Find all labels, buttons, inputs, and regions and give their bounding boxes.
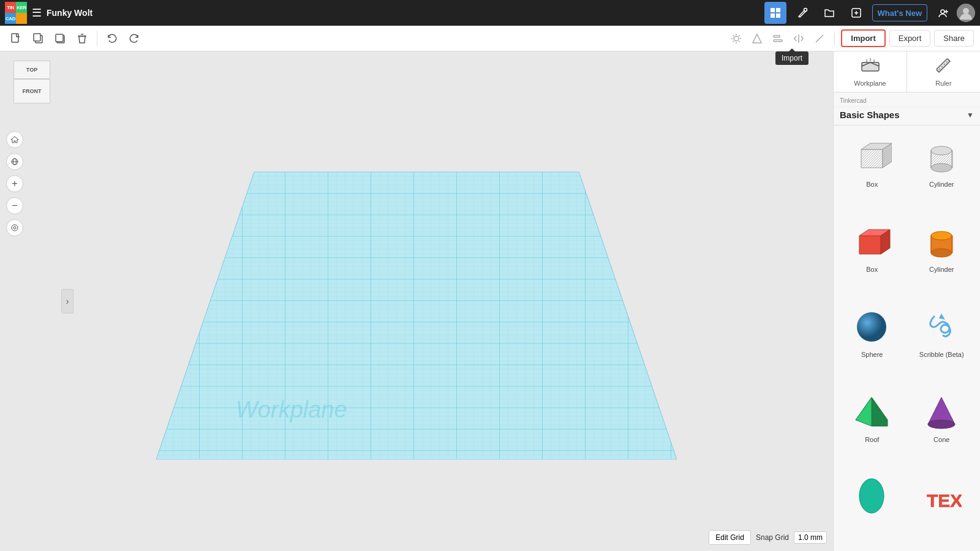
tools-icon[interactable]	[791, 2, 813, 24]
workplane: Workplane	[156, 172, 677, 460]
user-menu[interactable]	[932, 2, 975, 24]
viewport[interactable]: TOP FRONT + −	[0, 51, 833, 551]
shapes-header: Tinkercad	[834, 92, 980, 107]
svg-rect-2	[771, 13, 775, 18]
ruler-tool[interactable]: Ruler	[907, 51, 980, 92]
folder-icon[interactable]	[818, 2, 840, 24]
shape-item-box-gray[interactable]: Box	[839, 130, 906, 213]
shape-item-cone-purple[interactable]: Cone	[908, 386, 976, 468]
right-panel: Import Workplane	[833, 51, 980, 551]
svg-point-32	[931, 146, 952, 155]
shape-item-sphere-blue[interactable]: Sphere	[839, 301, 906, 383]
sphere-blue-label: Sphere	[861, 351, 883, 358]
svg-marker-46	[872, 397, 888, 426]
project-name[interactable]: Funky Wolt	[47, 8, 92, 18]
hamburger-menu[interactable]: ☰	[32, 6, 42, 20]
cone-purple-label: Cone	[933, 436, 949, 443]
svg-rect-0	[771, 8, 775, 12]
cylinder-orange-icon	[920, 220, 963, 263]
view-cube[interactable]: TOP FRONT	[9, 61, 55, 113]
panel-collapse-toggle[interactable]: ›	[61, 289, 74, 313]
rotate-view-button[interactable]	[6, 153, 23, 170]
undo-button[interactable]	[102, 29, 122, 48]
shape-item-scribble[interactable]: Scribble (Beta)	[908, 301, 976, 383]
shapes-title: Basic Shapes	[840, 110, 900, 120]
logo-i: KER	[16, 2, 27, 13]
fit-view-button[interactable]	[6, 219, 23, 236]
align-toolbar-icon[interactable]	[769, 30, 786, 47]
whats-new-button[interactable]: What's New	[872, 4, 927, 21]
svg-rect-9	[12, 34, 18, 42]
scribble-icon	[920, 305, 963, 348]
import-button[interactable]: Import	[841, 29, 885, 47]
shapes-grid: Box	[834, 126, 980, 551]
svg-rect-1	[776, 8, 780, 12]
duplicate-button[interactable]	[50, 29, 70, 48]
home-view-button[interactable]	[6, 131, 23, 148]
svg-point-4	[804, 9, 807, 12]
view-cube-front[interactable]: FRONT	[13, 79, 50, 103]
shapes-dropdown[interactable]: Basic Shapes ▼	[834, 107, 980, 126]
logo-k	[16, 13, 27, 24]
box-red-icon	[851, 220, 894, 263]
cylinder-gray-icon	[920, 135, 963, 178]
svg-marker-25	[156, 172, 677, 460]
tinkercad-icon[interactable]	[845, 2, 867, 24]
svg-text:TEXT: TEXT	[927, 490, 962, 511]
snap-grid-label: Snap Grid	[756, 533, 789, 542]
shape-item-text-red[interactable]: TEXT	[908, 471, 976, 546]
redo-button[interactable]	[124, 29, 144, 48]
toolbar-right: Import Export Share	[728, 29, 974, 47]
snap-grid-value[interactable]: 1.0 mm	[794, 531, 827, 544]
box-gray-label: Box	[866, 181, 878, 188]
workplane-tool[interactable]: Workplane	[834, 51, 907, 92]
svg-point-6	[941, 10, 944, 13]
cylinder-orange-label: Cylinder	[929, 266, 954, 273]
svg-point-14	[734, 36, 739, 41]
view-cube-top[interactable]: TOP	[13, 61, 50, 79]
flip-toolbar-icon[interactable]	[790, 30, 807, 47]
text-red-icon: TEXT	[920, 476, 963, 519]
box-gray-icon	[851, 135, 894, 178]
sphere-blue-icon	[851, 305, 894, 348]
tinkercad-logo[interactable]: TIN KER CAD	[5, 2, 27, 24]
copy-button[interactable]	[28, 29, 48, 48]
shape-item-cylinder-orange[interactable]: Cylinder	[908, 216, 976, 298]
add-user-icon[interactable]	[932, 2, 954, 24]
shape-item-cylinder-gray[interactable]: Cylinder	[908, 130, 976, 213]
whats-new-label: What's New	[878, 9, 922, 18]
grid-view-icon[interactable]	[764, 2, 786, 24]
svg-rect-13	[56, 34, 63, 42]
shape-item-box-red[interactable]: Box	[839, 216, 906, 298]
svg-point-33	[931, 163, 952, 172]
new-button[interactable]	[6, 29, 26, 48]
teal-shape-icon	[851, 476, 894, 519]
edit-grid-button[interactable]: Edit Grid	[709, 530, 751, 545]
zoom-out-button[interactable]: −	[6, 197, 23, 214]
roof-green-label: Roof	[865, 436, 879, 443]
shape-item-roof-green[interactable]: Roof	[839, 386, 906, 468]
shape-toolbar-icon[interactable]	[748, 30, 766, 47]
toolbar: Import Export Share	[0, 26, 980, 51]
svg-point-44	[857, 312, 886, 342]
view-controls: + −	[6, 131, 23, 236]
shape-item-teal[interactable]	[839, 471, 906, 546]
avatar[interactable]	[957, 4, 975, 22]
ruler-label-text: Ruler	[935, 80, 951, 87]
svg-rect-11	[34, 34, 40, 41]
export-button[interactable]: Export	[889, 30, 931, 47]
measure-toolbar-icon[interactable]	[811, 30, 828, 47]
svg-point-21	[13, 227, 16, 229]
logo-n: CAD	[5, 13, 16, 24]
workplane-label-text: Workplane	[854, 80, 886, 87]
workplane-icon	[861, 56, 880, 77]
share-button[interactable]: Share	[934, 30, 974, 47]
cylinder-gray-label: Cylinder	[929, 181, 954, 188]
ruler-icon	[934, 56, 954, 77]
light-toolbar-icon[interactable]	[728, 30, 745, 47]
svg-marker-15	[753, 34, 761, 43]
logo-t: TIN	[5, 2, 16, 13]
svg-point-20	[12, 225, 18, 231]
delete-button[interactable]	[72, 29, 92, 48]
zoom-in-button[interactable]: +	[6, 175, 23, 192]
